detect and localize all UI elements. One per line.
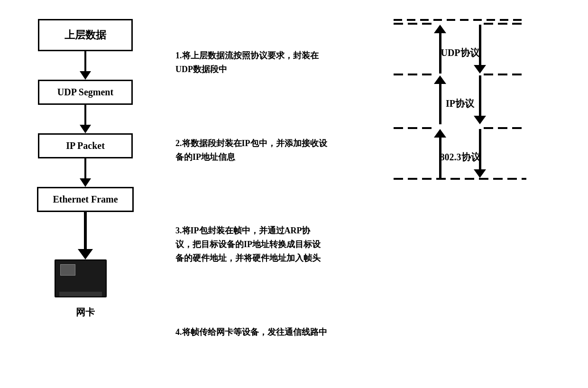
down-arrow-head-eth [474,169,486,178]
flowchart: 上层数据 UDP Segment IP Packet Ethernet Fram… [9,9,161,379]
down-arrow-head-udp [474,65,486,74]
up-arrow-line-ip [439,84,441,124]
protocol-diagram: UDP协议 IP协议 [341,9,579,379]
top-dashed-line [394,19,526,21]
udp-segment-label: UDP Segment [57,87,113,97]
ip-packet-label: IP Packet [66,140,105,151]
arrow-head-2 [80,125,91,133]
ethernet-frame-label: Ethernet Frame [53,194,118,204]
arrow-line-2 [84,105,86,125]
ip-protocol-label: IP协议 [446,97,474,110]
arrow-line-3 [84,158,86,178]
arrow-4 [78,212,93,259]
nic-card [55,259,107,297]
udp-protocol-label: UDP协议 [441,46,479,59]
nic-label: 网卡 [76,306,95,319]
step1-text: 1.将上层数据流按照协议要求，封装在UDP数据段中 [175,49,327,76]
up-arrow-head-eth [434,129,446,138]
arrow-head-3 [80,178,91,187]
eth-protocol-label: 802.3协议 [440,151,480,164]
flow-box-udp: UDP Segment [38,80,133,105]
upper-data-label: 上层数据 [64,29,106,41]
step3-text: 3.将IP包封装在帧中，并通过ARP协议，把目标设备的IP地址转换成目标设备的硬… [175,224,327,265]
arrow-head-4 [78,249,93,259]
down-arrow-line-ip [479,75,481,116]
arrow-line-1 [84,51,86,71]
step2-text: 2.将数据段封装在IP包中，并添加接收设备的IP地址信息 [175,137,327,164]
arrow-head-1 [80,71,91,80]
step4-text: 4.将帧传给网卡等设备，发往通信线路中 [175,325,327,339]
flow-box-ip: IP Packet [38,133,133,158]
up-arrow-head-udp [434,25,446,33]
flow-box-upper-data: 上层数据 [38,19,133,51]
nic-image [55,259,116,302]
arrow-1 [80,51,91,80]
flow-box-ethernet: Ethernet Frame [37,187,133,212]
arrow-line-4 [84,212,87,249]
arrow-2 [80,105,91,133]
arrow-3 [80,158,91,187]
steps-text: 1.将上层数据流按照协议要求，封装在UDP数据段中 2.将数据段封装在IP包中，… [161,9,341,379]
down-arrow-head-ip [474,116,486,124]
up-arrow-head-ip [434,75,446,84]
